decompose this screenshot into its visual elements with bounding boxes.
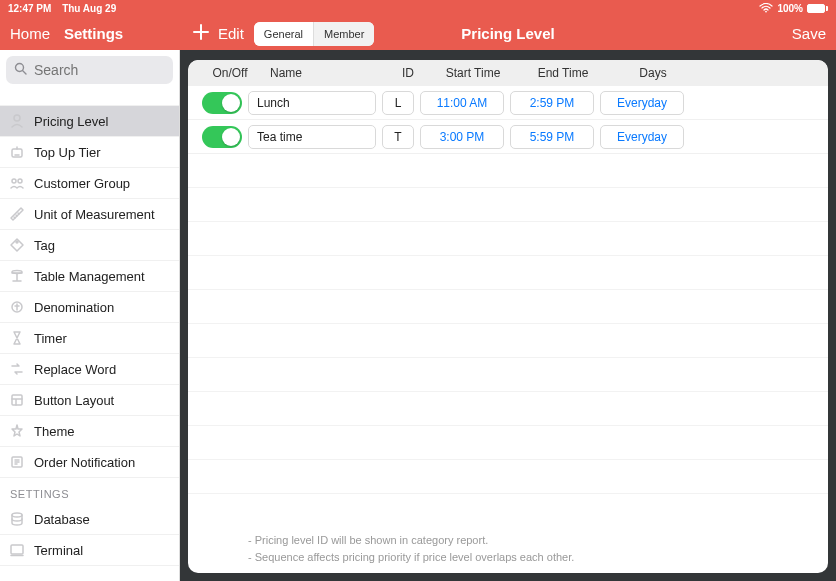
empty-row [188,290,828,324]
sidebar-item-partial[interactable] [0,90,179,106]
sidebar-item-label: Tag [34,238,55,253]
id-input[interactable] [382,125,414,149]
sidebar-item-label: Top Up Tier [34,145,100,160]
sidebar-item-theme[interactable]: Theme [0,416,179,447]
svg-point-6 [18,179,22,183]
sidebar-item-table[interactable]: Table Management [0,261,179,292]
empty-row [188,222,828,256]
empty-row [188,392,828,426]
database-icon [8,510,26,528]
edit-button[interactable]: Edit [218,25,244,42]
name-input[interactable] [248,125,376,149]
sidebar-item-topup[interactable]: Top Up Tier [0,137,179,168]
empty-row [188,358,828,392]
start-time-button[interactable]: 11:00 AM [420,91,504,115]
svg-point-7 [16,241,18,243]
svg-point-12 [12,513,22,517]
svg-rect-13 [11,545,23,554]
svg-point-8 [12,271,22,274]
sidebar-item-layout[interactable]: Button Layout [0,385,179,416]
search-input[interactable] [6,56,173,84]
days-button[interactable]: Everyday [600,125,684,149]
ruler-icon [8,205,26,223]
wifi-icon [759,3,773,15]
add-button[interactable] [190,22,212,45]
header-days: Days [608,66,698,80]
sidebar-item-terminal[interactable]: Terminal [0,535,179,566]
sidebar-section-header: SETTINGS [0,478,179,504]
pricing-icon [8,112,26,130]
table-row: 3:00 PM5:59 PMEveryday [188,120,828,154]
header-end: End Time [518,66,608,80]
svg-point-3 [14,115,20,121]
sidebar-item-coin[interactable]: Denomination [0,292,179,323]
sidebar-item-label: Denomination [34,300,114,315]
svg-line-2 [23,71,27,75]
end-time-button[interactable]: 5:59 PM [510,125,594,149]
content-panel: On/Off Name ID Start Time End Time Days … [188,60,828,573]
table-icon [8,267,26,285]
sidebar-item-bell[interactable]: Order Notification [0,447,179,478]
sidebar-item-label: Database [34,512,90,527]
sidebar-item-group[interactable]: Customer Group [0,168,179,199]
sidebar-item-ruler[interactable]: Unit of Measurement [0,199,179,230]
svg-point-5 [12,179,16,183]
page-title: Pricing Level [461,25,554,42]
sidebar-item-database[interactable]: Database [0,504,179,535]
status-date: Thu Aug 29 [62,3,116,14]
segmented-control: General Member [254,22,374,46]
days-button[interactable]: Everyday [600,91,684,115]
main-area: On/Off Name ID Start Time End Time Days … [180,50,836,581]
sidebar-item-label: Order Notification [34,455,135,470]
save-button[interactable]: Save [792,25,826,42]
svg-rect-10 [12,395,22,405]
settings-title: Settings [64,25,123,42]
empty-row [188,426,828,460]
svg-rect-4 [12,149,22,157]
table-header: On/Off Name ID Start Time End Time Days [188,60,828,86]
toggle-switch[interactable] [202,126,242,148]
sidebar-item-pricing[interactable]: Pricing Level [0,106,179,137]
empty-row [188,494,828,525]
empty-row [188,460,828,494]
sidebar-item-label: Button Layout [34,393,114,408]
footer-line-2: - Sequence affects pricing priority if p… [248,549,768,566]
table-row: 11:00 AM2:59 PMEveryday [188,86,828,120]
empty-row [188,324,828,358]
topup-icon [8,143,26,161]
search-icon [14,62,27,78]
theme-icon [8,422,26,440]
toggle-switch[interactable] [202,92,242,114]
header-onoff: On/Off [202,66,258,80]
segment-general[interactable]: General [254,22,313,46]
sidebar-item-replace[interactable]: Replace Word [0,354,179,385]
home-link[interactable]: Home [10,25,50,42]
empty-row [188,188,828,222]
sidebar-item-label: Timer [34,331,67,346]
replace-icon [8,360,26,378]
start-time-button[interactable]: 3:00 PM [420,125,504,149]
sidebar-item-label: Replace Word [34,362,116,377]
segment-member[interactable]: Member [314,22,374,46]
header-start: Start Time [428,66,518,80]
layout-icon [8,391,26,409]
end-time-button[interactable]: 2:59 PM [510,91,594,115]
terminal-icon [8,541,26,559]
sidebar-item-tag[interactable]: Tag [0,230,179,261]
id-input[interactable] [382,91,414,115]
sidebar-item-label: Unit of Measurement [34,207,155,222]
footer-line-1: - Pricing level ID will be shown in cate… [248,532,768,549]
name-input[interactable] [248,91,376,115]
header-name: Name [258,66,388,80]
tag-icon [8,236,26,254]
battery-percent: 100% [777,3,803,14]
bell-icon [8,453,26,471]
svg-point-0 [766,10,768,12]
coin-icon [8,298,26,316]
sidebar-item-label: Pricing Level [34,114,108,129]
status-time: 12:47 PM [8,3,51,14]
status-bar: 12:47 PM Thu Aug 29 100% [0,0,836,17]
sidebar-item-label: Terminal [34,543,83,558]
empty-row [188,256,828,290]
sidebar-item-timer[interactable]: Timer [0,323,179,354]
